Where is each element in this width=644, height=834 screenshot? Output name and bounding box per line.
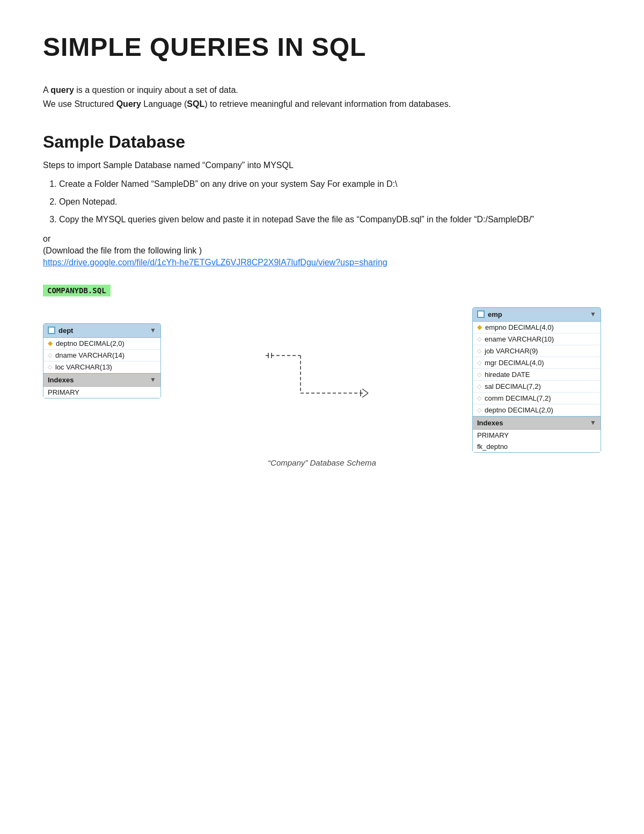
intro-bold-query2: Query [116, 99, 141, 108]
emp-field-comm: ◇ comm DECIMAL(7,2) [473, 393, 601, 404]
connector-svg [161, 323, 472, 420]
svg-line-5 [362, 389, 368, 393]
schema-caption: “Company” Database Schema [43, 458, 601, 467]
emp-indexes-label: Indexes [477, 419, 503, 427]
download-link[interactable]: https://drive.google.com/file/d/1cYh-he7… [43, 258, 601, 267]
emp-table-header: emp ▼ [473, 308, 601, 322]
emp-field-text: sal DECIMAL(7,2) [485, 382, 541, 390]
dept-field-dname: ◇ dname VARCHAR(14) [43, 350, 160, 361]
sort-arrow-icon: ▼ [590, 419, 596, 426]
diamond-icon: ◇ [477, 359, 481, 366]
dept-table-header: dept ▼ [43, 324, 160, 338]
emp-field-text: mgr DECIMAL(4,0) [485, 359, 544, 367]
emp-field-hiredate: ◇ hiredate DATE [473, 369, 601, 381]
list-item: Copy the MYSQL queries given below and p… [59, 212, 601, 228]
dept-indexes-label: Indexes [48, 376, 74, 384]
emp-indexes-header: Indexes ▼ [473, 416, 601, 430]
diamond-icon: ◇ [477, 395, 481, 402]
dept-index-primary: PRIMARY [43, 387, 160, 398]
emp-table-name: emp [488, 310, 502, 318]
intro-bold-query: query [50, 85, 74, 95]
dept-table: dept ▼ ◆ deptno DECIMAL(2,0) ◇ dname VAR… [43, 323, 161, 398]
emp-field-text: comm DECIMAL(7,2) [485, 394, 551, 402]
emp-field-job: ◇ job VARCHAR(9) [473, 345, 601, 357]
svg-line-6 [362, 393, 368, 397]
diamond-icon: ◇ [477, 347, 481, 354]
sort-arrow-icon: ▼ [590, 310, 596, 318]
download-text: (Download the file from the following li… [43, 246, 601, 256]
or-text: or [43, 234, 601, 244]
table-icon [48, 327, 55, 334]
schema-diagram: dept ▼ ◆ deptno DECIMAL(2,0) ◇ dname VAR… [43, 307, 601, 453]
connector-area [161, 323, 472, 420]
diamond-icon: ◇ [48, 364, 52, 371]
emp-field-sal: ◇ sal DECIMAL(7,2) [473, 381, 601, 393]
section-desc: Steps to import Sample Database named “C… [43, 161, 601, 170]
emp-field-text: deptno DECIMAL(2,0) [485, 406, 553, 414]
dept-field-loc: ◇ loc VARCHAR(13) [43, 361, 160, 373]
dept-table-name: dept [58, 327, 73, 335]
key-icon: ◆ [48, 339, 53, 347]
dept-indexes-header: Indexes ▼ [43, 373, 160, 387]
dept-field-text: deptno DECIMAL(2,0) [56, 339, 125, 347]
sort-arrow-icon: ▼ [150, 327, 156, 334]
intro-line2-middle: Language ( [141, 99, 187, 108]
emp-index-primary: PRIMARY [473, 430, 601, 441]
intro-section: A query is a question or inquiry about a… [43, 83, 601, 111]
emp-field-text: empno DECIMAL(4,0) [485, 323, 554, 331]
intro-line2-suffix: ) to retrieve meaningful and relevant in… [204, 99, 451, 108]
dept-field-text: dname VARCHAR(14) [55, 351, 125, 359]
sort-arrow-icon: ▼ [150, 376, 156, 383]
dept-field-deptno: ◆ deptno DECIMAL(2,0) [43, 338, 160, 350]
dept-field-text: loc VARCHAR(13) [55, 363, 112, 371]
diamond-icon: ◇ [477, 407, 481, 414]
emp-index-fk-deptno: fk_deptno [473, 441, 601, 452]
table-icon [477, 310, 485, 318]
emp-field-empno: ◆ empno DECIMAL(4,0) [473, 322, 601, 333]
page-title: SIMPLE QUERIES IN SQL [43, 32, 601, 62]
intro-line1-prefix: A [43, 85, 50, 95]
intro-line2-prefix: We use Structured [43, 99, 116, 108]
steps-list: Create a Folder Named “SampleDB” on any … [59, 177, 601, 227]
intro-line1-suffix: is a question or inquiry about a set of … [74, 85, 238, 95]
diamond-icon: ◇ [48, 352, 52, 359]
emp-field-mgr: ◇ mgr DECIMAL(4,0) [473, 357, 601, 369]
emp-field-text: ename VARCHAR(10) [485, 335, 554, 343]
list-item: Create a Folder Named “SampleDB” on any … [59, 177, 601, 192]
emp-field-text: hiredate DATE [485, 371, 530, 379]
emp-table: emp ▼ ◆ empno DECIMAL(4,0) ◇ ename VARCH… [472, 307, 601, 453]
diamond-icon: ◇ [477, 336, 481, 343]
emp-field-deptno: ◇ deptno DECIMAL(2,0) [473, 404, 601, 416]
key-icon: ◆ [477, 323, 482, 331]
emp-field-text: job VARCHAR(9) [485, 347, 538, 355]
diamond-icon: ◇ [477, 383, 481, 390]
emp-field-ename: ◇ ename VARCHAR(10) [473, 333, 601, 345]
intro-bold-sql: SQL [187, 99, 204, 108]
diamond-icon: ◇ [477, 371, 481, 378]
list-item: Open Notepad. [59, 194, 601, 210]
section-title: Sample Database [43, 132, 601, 152]
file-label: COMPANYDB.SQL [43, 285, 111, 296]
